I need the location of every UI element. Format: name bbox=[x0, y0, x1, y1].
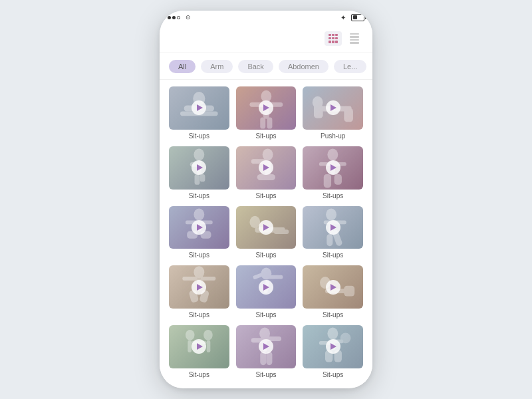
exercise-name: Sit-ups bbox=[255, 192, 276, 200]
play-icon bbox=[263, 343, 269, 350]
play-button[interactable] bbox=[192, 220, 206, 235]
battery-icon bbox=[351, 14, 364, 21]
svg-rect-36 bbox=[273, 229, 289, 234]
exercise-item[interactable]: Sit-ups bbox=[303, 265, 363, 319]
exercise-item[interactable]: Sit-ups bbox=[236, 86, 297, 140]
grid-view-button[interactable] bbox=[325, 31, 342, 46]
exercise-name: Sit-ups bbox=[255, 251, 276, 259]
exercise-item[interactable]: Sit-ups bbox=[303, 206, 363, 259]
play-button[interactable] bbox=[259, 220, 273, 235]
svg-rect-21 bbox=[257, 174, 275, 180]
signal-dots bbox=[168, 16, 180, 19]
exercise-item[interactable]: Sit-ups bbox=[236, 265, 297, 319]
nav-bar bbox=[160, 24, 372, 53]
filter-back[interactable]: Back bbox=[238, 60, 273, 73]
exercise-item[interactable]: Sit-ups bbox=[236, 146, 297, 200]
play-button[interactable] bbox=[259, 160, 273, 175]
play-icon bbox=[197, 164, 203, 171]
play-icon bbox=[197, 343, 203, 350]
exercise-name: Sit-ups bbox=[323, 371, 343, 378]
status-left: ⊙ bbox=[168, 14, 191, 21]
status-right: ✦ bbox=[340, 14, 364, 21]
play-icon bbox=[331, 343, 336, 350]
exercise-thumbnail bbox=[236, 325, 297, 368]
svg-point-37 bbox=[326, 208, 336, 220]
svg-point-57 bbox=[203, 330, 213, 340]
play-button[interactable] bbox=[192, 100, 206, 115]
svg-point-56 bbox=[186, 330, 195, 340]
exercise-thumbnail bbox=[236, 86, 297, 130]
exercise-thumbnail bbox=[303, 206, 363, 249]
exercise-thumbnail bbox=[169, 325, 229, 368]
bluetooth-icon: ✦ bbox=[340, 14, 346, 21]
exercise-item[interactable]: Sit-ups bbox=[169, 206, 229, 259]
grid-icon bbox=[329, 34, 338, 43]
exercise-item[interactable]: Sit-ups bbox=[169, 325, 229, 378]
play-button[interactable] bbox=[326, 100, 340, 115]
exercise-grid: Sit-upsSit-upsPush-upSit-upsSit-upsSit-u… bbox=[169, 86, 363, 378]
play-icon bbox=[197, 224, 203, 231]
exercise-name: Sit-ups bbox=[189, 192, 209, 200]
filter-abdomen[interactable]: Abdomen bbox=[279, 60, 329, 73]
filter-all[interactable]: All bbox=[169, 60, 196, 73]
exercise-name: Sit-ups bbox=[255, 132, 276, 140]
svg-rect-17 bbox=[200, 174, 205, 182]
play-button[interactable] bbox=[259, 339, 273, 354]
play-button[interactable] bbox=[326, 339, 340, 354]
svg-point-28 bbox=[194, 208, 204, 220]
exercise-thumbnail bbox=[169, 206, 229, 249]
svg-point-67 bbox=[328, 328, 338, 340]
wifi-icon: ⊙ bbox=[186, 14, 191, 21]
svg-point-13 bbox=[194, 148, 204, 160]
svg-rect-52 bbox=[266, 275, 283, 279]
exercise-name: Sit-ups bbox=[323, 251, 343, 259]
exercise-name: Sit-ups bbox=[255, 311, 276, 319]
filter-arm[interactable]: Arm bbox=[201, 60, 233, 73]
svg-rect-46 bbox=[201, 277, 216, 281]
play-icon bbox=[263, 164, 269, 171]
exercise-name: Sit-ups bbox=[189, 132, 209, 140]
exercise-item[interactable]: Sit-ups bbox=[169, 146, 229, 200]
exercise-item[interactable]: Push-up bbox=[303, 86, 363, 140]
exercise-item[interactable]: Sit-ups bbox=[236, 325, 297, 378]
exercise-item[interactable]: Sit-ups bbox=[303, 325, 363, 378]
svg-rect-59 bbox=[207, 340, 211, 352]
play-icon bbox=[197, 284, 203, 291]
exercise-thumbnail bbox=[303, 325, 363, 368]
play-button[interactable] bbox=[326, 280, 340, 295]
svg-point-43 bbox=[194, 267, 204, 279]
svg-rect-26 bbox=[324, 174, 331, 188]
dot2 bbox=[172, 16, 176, 19]
exercise-name: Sit-ups bbox=[323, 311, 343, 319]
exercise-thumbnail bbox=[236, 146, 297, 190]
play-button[interactable] bbox=[192, 160, 206, 175]
svg-rect-7 bbox=[260, 118, 265, 129]
dot1 bbox=[168, 16, 171, 19]
svg-point-22 bbox=[328, 148, 338, 160]
list-view-button[interactable] bbox=[346, 31, 363, 46]
play-button[interactable] bbox=[192, 280, 206, 295]
play-button[interactable] bbox=[326, 160, 340, 175]
play-icon bbox=[263, 224, 269, 231]
play-button[interactable] bbox=[259, 280, 273, 295]
filter-bar: All Arm Back Abdomen Le... bbox=[160, 53, 372, 80]
exercise-thumbnail bbox=[303, 86, 363, 130]
play-button[interactable] bbox=[192, 339, 206, 354]
svg-rect-27 bbox=[334, 174, 342, 185]
list-icon bbox=[350, 33, 359, 44]
play-icon bbox=[263, 284, 269, 291]
exercise-item[interactable]: Sit-ups bbox=[169, 86, 229, 140]
exercise-name: Sit-ups bbox=[189, 371, 209, 378]
battery-fill bbox=[353, 15, 357, 19]
exercise-item[interactable]: Sit-ups bbox=[303, 146, 363, 200]
exercise-name: Push-up bbox=[321, 132, 345, 140]
play-icon bbox=[331, 164, 336, 171]
svg-rect-58 bbox=[188, 340, 192, 352]
filter-legs[interactable]: Le... bbox=[334, 60, 366, 73]
play-button[interactable] bbox=[259, 100, 273, 115]
exercise-item[interactable]: Sit-ups bbox=[236, 206, 297, 259]
view-toggles bbox=[325, 31, 363, 46]
exercise-item[interactable]: Sit-ups bbox=[169, 265, 229, 319]
play-button[interactable] bbox=[326, 220, 340, 235]
status-bar: ⊙ ✦ bbox=[160, 11, 372, 24]
